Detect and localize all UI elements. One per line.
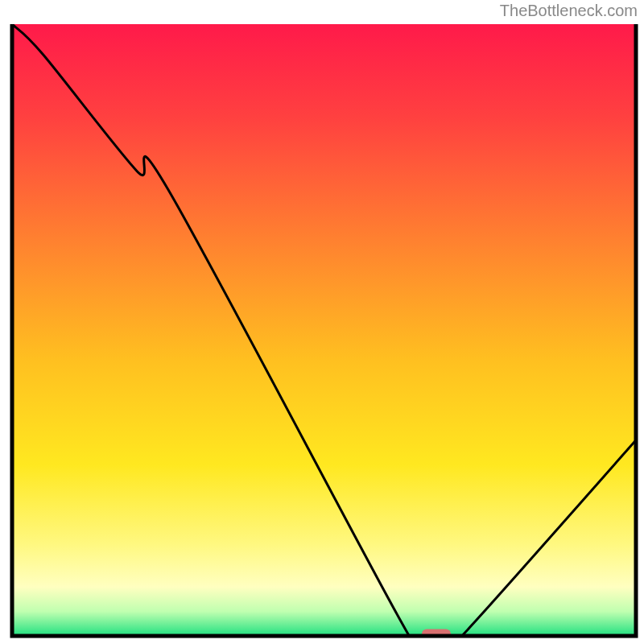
watermark-text: TheBottleneck.com xyxy=(500,2,638,20)
bottleneck-chart xyxy=(0,0,644,644)
chart-container: TheBottleneck.com xyxy=(0,0,644,644)
gradient-background xyxy=(12,24,636,636)
